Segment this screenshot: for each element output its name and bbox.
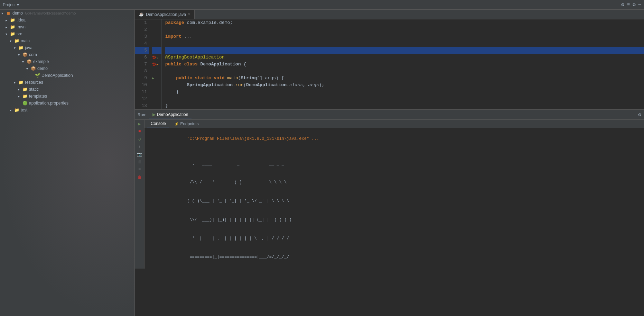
gutter-6[interactable]: 🫘 ↻: [152, 54, 161, 61]
package-icon: 📦: [26, 59, 32, 64]
console-left-toolbar: ▶ ■ ↺ ⬇ 📷 🖥 ≡ 🗑: [135, 120, 144, 269]
tree-item-mvn[interactable]: ▸ 📁 .mvn: [0, 24, 134, 30]
code-editor: 1 2 3 4 5 6 7 8 9 10 11 12 13: [135, 19, 644, 316]
tree-label: application.properties: [29, 101, 68, 106]
tree-item-java[interactable]: ▾ 📁 java: [0, 44, 134, 51]
clear-button[interactable]: 🗑: [137, 174, 142, 180]
endpoints-icon: ⚡: [174, 122, 179, 126]
folder-icon: 📁: [10, 31, 15, 37]
spring-banner-text: /\\ / ___'_ __ _ _(_)_ __ __ _ \ \ \ \: [187, 180, 287, 185]
tree-label: static: [29, 87, 39, 92]
tree-label: templates: [29, 94, 47, 99]
gutter-13: [152, 102, 161, 109]
chevron-down-icon: ▾: [10, 39, 14, 43]
line-numbers: 1 2 3 4 5 6 7 8 9 10 11 12 13: [135, 19, 152, 109]
tree-item-example[interactable]: ▾ 📦 example: [0, 58, 134, 65]
settings-icon[interactable]: ⚙: [621, 2, 624, 8]
code-line-12: [165, 96, 644, 102]
tree-item-static[interactable]: ▸ 📁 static: [0, 86, 134, 93]
tree-label: com: [29, 52, 37, 57]
code-line-3: import ...: [165, 33, 644, 40]
bottom-panel: Run: ▶ DemoApplication ⚙ ▶ ■ ↺: [135, 109, 644, 269]
rerun-button[interactable]: ▶: [137, 121, 142, 127]
gutter-1: [152, 19, 161, 26]
console-output[interactable]: "C:\Program Files\Java\jdk1.8.0_131\bin\…: [144, 128, 644, 269]
tree-item-templates[interactable]: ▸ 📁 templates: [0, 93, 134, 100]
tree-item-src[interactable]: ▾ 📁 src: [0, 30, 134, 37]
scroll-down-button[interactable]: ⬇: [137, 144, 142, 150]
tree-item-test[interactable]: ▸ 📁 test: [0, 107, 134, 114]
gutter-2: [152, 26, 161, 33]
line-num-6: 6: [135, 54, 149, 61]
spring-banner-6: =========|_|===============|___/=/_/_/_/: [147, 248, 641, 267]
package-icon: 📦: [30, 66, 36, 71]
menu-button[interactable]: ≡: [137, 167, 142, 172]
root-label: demo: [12, 11, 23, 16]
tree-item-idea[interactable]: ▸ 📁 .idea: [0, 17, 134, 24]
tree-label: test: [21, 108, 27, 112]
gutter-9[interactable]: ▶: [152, 75, 161, 82]
tab-demo-application[interactable]: ☕ DemoApplication.java ×: [135, 10, 195, 19]
chevron-down-icon: ▾: [6, 32, 10, 36]
tree-item-app-properties[interactable]: 🟢 application.properties: [0, 100, 134, 107]
stop-button[interactable]: ■: [137, 129, 142, 134]
properties-icon: 🟢: [22, 100, 28, 106]
line-num-2: 2: [135, 26, 149, 33]
reload-icon: ↻: [157, 56, 158, 60]
run-settings-icon[interactable]: ⚙: [638, 112, 641, 118]
run-label: Run:: [138, 112, 146, 117]
line-num-10: 10: [135, 82, 149, 89]
tab-demo-application-run[interactable]: ▶ DemoApplication: [149, 111, 192, 118]
chevron-down-icon: ▾: [1, 11, 6, 15]
spring-icon: 🌱: [35, 73, 40, 78]
line-num-1: 1: [135, 19, 149, 26]
close-icon[interactable]: ×: [188, 12, 190, 16]
gutter-4: [152, 40, 161, 47]
tree-label: example: [33, 59, 49, 64]
run-again-button[interactable]: ↺: [137, 136, 142, 142]
code-content[interactable]: package com.example.demo; import ... @Sp…: [162, 19, 644, 109]
folder-icon: 📁: [22, 87, 28, 92]
code-line-11: }: [165, 89, 644, 96]
chevron-down-icon: ▾: [14, 46, 18, 50]
tree-label: java: [25, 45, 32, 50]
tree-item-main[interactable]: ▾ 📁 main: [0, 37, 134, 44]
tab-console[interactable]: Console: [147, 120, 169, 127]
screenshot-button[interactable]: 📷: [137, 152, 142, 157]
gutter-12: [152, 96, 161, 102]
tab-endpoints[interactable]: ⚡ Endpoints: [171, 121, 202, 127]
console-command: "C:\Program Files\Java\jdk1.8.0_131\bin\…: [187, 136, 319, 141]
bottom-tabs-bar: Run: ▶ DemoApplication ⚙: [135, 110, 644, 120]
source-root-icon: 📁: [18, 45, 24, 51]
run-icon: ▶: [152, 112, 156, 117]
code-line-1: package com.example.demo;: [165, 19, 644, 26]
menu-icon[interactable]: ≡: [627, 2, 630, 8]
tab-label: DemoApplication.java: [146, 12, 186, 17]
project-panel: ▾ ◼ demo G:\FrameworkResearch\demo ▸ 📁 .…: [0, 10, 135, 316]
tree-item-demo-application[interactable]: 🌱 DemoApplication: [0, 72, 134, 79]
folder-icon: 📁: [18, 80, 24, 85]
folder-icon: 📁: [10, 24, 15, 30]
tree-root-demo[interactable]: ▾ ◼ demo G:\FrameworkResearch\demo: [0, 10, 134, 17]
folder-icon: 📁: [14, 107, 19, 113]
minimize-icon[interactable]: —: [638, 2, 641, 8]
run-text: Run:: [138, 112, 146, 117]
line-num-9: 9: [135, 75, 149, 82]
tree-label: .mvn: [17, 25, 26, 29]
config-icon[interactable]: ⚙: [633, 2, 635, 8]
project-label[interactable]: Project ▾: [3, 2, 19, 7]
terminal-button[interactable]: 🖥: [137, 159, 142, 165]
gutter-5: [152, 47, 161, 54]
console-command-line: "C:\Program Files\Java\jdk1.8.0_131\bin\…: [147, 129, 641, 148]
code-line-5: [165, 47, 644, 54]
spring-version-line: :: Spring Boot :: (v2.5.1): [147, 267, 641, 269]
tree-item-resources[interactable]: ▾ 📁 resources: [0, 79, 134, 86]
chevron-right-icon: ▸: [10, 108, 14, 112]
gutter-7[interactable]: 🫘 ▶: [152, 61, 161, 68]
tree-item-com[interactable]: ▾ 📦 com: [0, 51, 134, 58]
title-bar-icons: ⚙ ≡ ⚙ —: [621, 2, 641, 8]
package-icon: 📦: [22, 52, 28, 57]
tree-item-demo-pkg[interactable]: ▾ 📦 demo: [0, 65, 134, 72]
bean-icon: 🫘: [152, 55, 156, 60]
folder-icon: 📁: [10, 17, 15, 23]
